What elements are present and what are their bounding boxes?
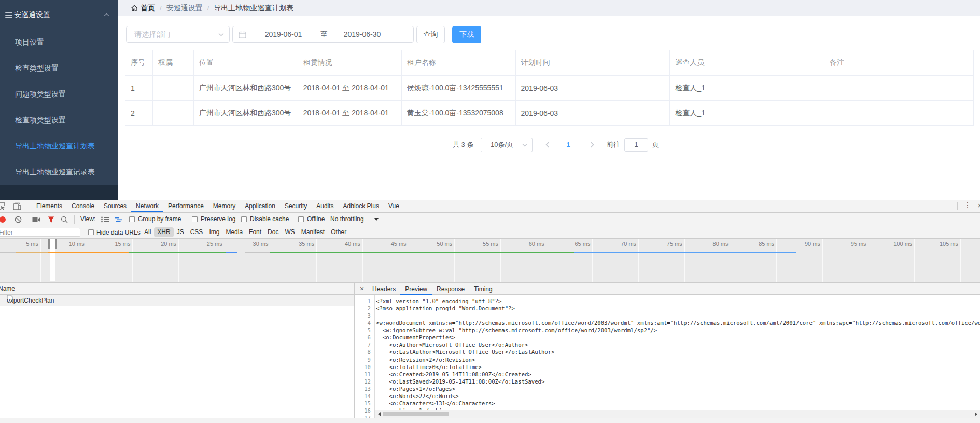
- filter-pill-manifest[interactable]: Manifest: [298, 227, 328, 237]
- sidebar-item[interactable]: 项目设置: [0, 29, 118, 55]
- table-row[interactable]: 2广州市天河区林和西路300号2018-04-01 至 2018-04-01黄玉…: [125, 101, 974, 126]
- overview-selection-handle-right[interactable]: [55, 239, 57, 249]
- ruler-tick-label: 45 ms: [377, 241, 407, 248]
- devtools-tab-performance[interactable]: Performance: [163, 200, 208, 212]
- request-name[interactable]: exportCheckPlan: [7, 295, 54, 306]
- ruler-gridline: [592, 239, 593, 282]
- filter-pill-xhr[interactable]: XHR: [154, 227, 173, 237]
- date-end-value[interactable]: 2019-06-30: [332, 26, 392, 42]
- filter-pill-other[interactable]: Other: [328, 227, 349, 237]
- ruler-gridline: [731, 239, 731, 282]
- group-by-frame-checkbox[interactable]: [129, 216, 135, 222]
- download-button[interactable]: 下载: [452, 26, 481, 43]
- devtools-tab-elements[interactable]: Elements: [32, 200, 67, 212]
- devtools-tab-adblock-plus[interactable]: Adblock Plus: [339, 200, 384, 212]
- scroll-right-icon[interactable]: [975, 412, 977, 416]
- scroll-left-icon[interactable]: [378, 412, 381, 416]
- filter-pill-ws[interactable]: WS: [282, 227, 298, 237]
- next-page-button[interactable]: [587, 138, 597, 152]
- ruler-gridline: [638, 239, 639, 282]
- breadcrumb-home[interactable]: 首页: [141, 4, 155, 13]
- ruler-gridline: [914, 239, 915, 282]
- preview-tab-timing[interactable]: Timing: [469, 283, 497, 295]
- network-filter-input[interactable]: Filter: [0, 228, 80, 237]
- filter-funnel-icon[interactable]: [48, 216, 54, 223]
- offline-checkbox[interactable]: [298, 216, 304, 222]
- throttling-select[interactable]: No throttling: [330, 213, 364, 226]
- inspect-element-icon[interactable]: [0, 202, 6, 211]
- date-start-value[interactable]: 2019-06-01: [254, 26, 313, 42]
- filter-pill-media[interactable]: Media: [222, 227, 246, 237]
- devtools-tab-memory[interactable]: Memory: [208, 200, 240, 212]
- clear-network-log-icon[interactable]: [15, 216, 22, 223]
- code-line: <o:LastSaved>2019-05-14T11:08:00Z</o:Las…: [376, 378, 544, 385]
- overview-request-bar-segment: [270, 252, 574, 253]
- devtools-tab-network[interactable]: Network: [131, 200, 163, 212]
- view-label: View:: [80, 213, 95, 226]
- devtools-tab-vue[interactable]: Vue: [384, 200, 404, 212]
- hide-data-urls-checkbox[interactable]: [88, 229, 94, 235]
- code-line: <o:TotalTime>0</o:TotalTime>: [376, 363, 482, 371]
- overview-request-bar-segment: [574, 252, 796, 253]
- ruler-gridline: [40, 239, 41, 282]
- horizontal-scrollbar[interactable]: [375, 410, 980, 418]
- network-overview[interactable]: 5 ms10 ms15 ms20 ms25 ms30 ms35 ms40 ms4…: [0, 239, 980, 283]
- sidebar-item[interactable]: 检查项类型设置: [0, 107, 118, 133]
- device-toolbar-icon[interactable]: [13, 202, 21, 210]
- table-row[interactable]: 1广州市天河区林和西路300号2018-04-01 至 2018-04-01侯焕…: [125, 76, 974, 101]
- record-network-log-icon[interactable]: [0, 216, 6, 223]
- group-by-frame-label: Group by frame: [138, 213, 181, 226]
- overview-selection-window[interactable]: [50, 239, 55, 281]
- sidebar-group-title[interactable]: 安巡通设置: [0, 0, 118, 29]
- prev-page-button[interactable]: [542, 138, 553, 152]
- request-table-header[interactable]: Name: [0, 283, 354, 295]
- query-button[interactable]: 查询: [416, 26, 445, 43]
- devtools-tab-console[interactable]: Console: [67, 200, 99, 212]
- breadcrumb-separator: /: [160, 4, 162, 12]
- show-overview-icon[interactable]: [115, 216, 123, 223]
- use-large-rows-icon[interactable]: [101, 216, 109, 223]
- close-devtools-icon[interactable]: ×: [976, 201, 980, 210]
- preview-tab-preview[interactable]: Preview: [400, 283, 432, 295]
- sidebar-item[interactable]: 导出土地物业巡查记录表: [0, 159, 118, 185]
- goto-page-input[interactable]: 1: [624, 138, 648, 152]
- close-preview-icon[interactable]: ×: [358, 283, 366, 294]
- search-icon[interactable]: [61, 216, 68, 223]
- page-size-select[interactable]: 10条/页: [481, 138, 533, 152]
- preview-tab-headers[interactable]: Headers: [368, 283, 400, 295]
- devtools-tab-sources[interactable]: Sources: [99, 200, 131, 212]
- devtools-tab-audits[interactable]: Audits: [312, 200, 338, 212]
- devtools-tab-security[interactable]: Security: [280, 200, 312, 212]
- pagination-total: 共 3 条: [453, 138, 473, 152]
- filter-pill-js[interactable]: JS: [174, 227, 187, 237]
- disable-cache-checkbox[interactable]: [241, 216, 247, 222]
- date-range-picker[interactable]: 2019-06-01 至 2019-06-30: [232, 26, 414, 43]
- page-unit-label: 页: [652, 138, 659, 152]
- sidebar-item[interactable]: 问题项类型设置: [0, 81, 118, 107]
- breadcrumb-section[interactable]: 安巡通设置: [166, 4, 203, 13]
- filter-pill-all[interactable]: All: [141, 227, 154, 237]
- request-row[interactable]: exportCheckPlan: [0, 295, 354, 306]
- department-select[interactable]: 请选择部门: [126, 26, 230, 43]
- code-line: <o:Author>Microsoft Office User</o:Autho…: [376, 341, 528, 348]
- plan-table-header: 序号权属位置租赁情况租户名称计划时间巡查人员备注: [125, 50, 974, 76]
- filter-pill-css[interactable]: CSS: [187, 227, 206, 237]
- name-column-header[interactable]: Name: [0, 283, 15, 294]
- column-header: 租赁情况: [298, 50, 402, 76]
- filter-pill-img[interactable]: Img: [206, 227, 222, 237]
- kebab-menu-icon[interactable]: ⋮: [963, 201, 972, 209]
- preview-tab-response[interactable]: Response: [432, 283, 469, 295]
- overview-selection-handle-left[interactable]: [48, 239, 50, 249]
- filter-pill-font[interactable]: Font: [246, 227, 264, 237]
- sidebar-item[interactable]: 导出土地物业巡查计划表: [0, 133, 118, 159]
- scrollbar-thumb[interactable]: [383, 412, 449, 416]
- preserve-log-checkbox[interactable]: [192, 216, 198, 222]
- filter-pill-doc[interactable]: Doc: [264, 227, 282, 237]
- page-number-current[interactable]: 1: [558, 138, 579, 152]
- capture-screenshots-icon[interactable]: [32, 216, 40, 223]
- code-line: <o:DocumentProperties>: [376, 334, 455, 341]
- devtools-tab-application[interactable]: Application: [240, 200, 280, 212]
- code-line: <o:Pages>1</o:Pages>: [376, 385, 455, 392]
- column-header: 权属: [153, 50, 194, 76]
- sidebar-item[interactable]: 检查类型设置: [0, 55, 118, 81]
